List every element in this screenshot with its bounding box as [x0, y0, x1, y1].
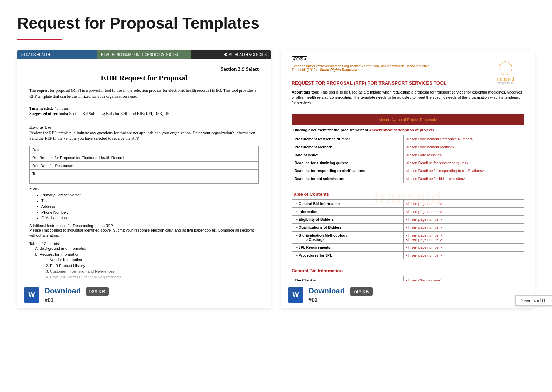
download-link-01[interactable]: Download [45, 286, 81, 295]
toc-subitem: Customer Information and References [50, 268, 259, 274]
toc-label: Information [292, 208, 404, 216]
toc-value: <Insert page number><Insert page number> [403, 232, 524, 244]
template-card-01: STRATIS HEALTH HEALTH INFORMATION TECHNO… [17, 50, 271, 308]
ehr-body: Section 3.9 Select EHR Request for Propo… [17, 59, 271, 281]
info-label: Date of issue: [292, 151, 404, 159]
ehr-how-title: How to Use [29, 125, 259, 130]
transaid-logo: transaid transport for life [497, 61, 514, 84]
toc-label: Bid Evaluation Methodology○ Costings [292, 232, 404, 244]
ehr-toc-label: Table of Contents: [29, 242, 259, 246]
from-item: Phone Number: [41, 209, 259, 215]
toc-item: Background and Information [40, 246, 259, 252]
toc-label: Procedures for 3PL [292, 252, 404, 259]
page-title: Request for Proposal Templates [17, 14, 535, 32]
toc-value: <Insert page number> [403, 216, 524, 224]
toc-title: Table of Contents [292, 192, 524, 197]
info-label: Deadline for submitting quires: [292, 159, 404, 167]
download-bar-01: W Download 929 KB #01 [17, 281, 271, 308]
form-row: Due Date for Response: [30, 162, 259, 170]
ehr-additional-text: Please limit contact to individual ident… [29, 228, 259, 238]
ehr-intro: The request for proposal (RFP) is a powe… [29, 88, 259, 99]
ehr-form-table: Date: Re: Request for Proposal for Elect… [29, 146, 259, 184]
info-label: Deadline for responding to clarification… [292, 167, 404, 175]
form-row: To: [30, 170, 259, 184]
bidding-line: Bidding document for the procurement of … [292, 125, 524, 135]
gbi-table: The Client is:<Insert Client's name> Com… [292, 276, 524, 281]
trans-doc-title: REQUEST FOR PROPOSAL (RFP) FOR TRANSPORT… [292, 80, 524, 86]
ehr-toc: Background and Information Request for I… [40, 246, 259, 281]
from-item: Title: [41, 198, 259, 204]
info-table: Procurement Reference Number:<Insert Pro… [292, 135, 524, 183]
license-text: Licenced under creativecommons.org licen… [292, 64, 524, 72]
from-item: Address: [41, 204, 259, 209]
title-underline [17, 39, 62, 40]
info-value: <Insert Procurement Reference Number> [403, 135, 524, 143]
toc-subitem: Vendor Information [50, 257, 259, 263]
trans-about: About this tool: This tool is to be used… [292, 90, 524, 106]
template-number: #02 [308, 297, 528, 303]
ehr-header-col3: HOME HEALTH AGENCIES [191, 50, 271, 59]
form-row: Date: [30, 146, 259, 154]
template-card-02: transaid ⓒ①⑤⊘ transaid transport for lif… [281, 50, 535, 308]
ehr-additional-label: Additional Instructions for Responding t… [29, 224, 259, 228]
logo-subtext: transport for life [497, 82, 514, 84]
toc-item: Request for Information: Vendor Informat… [40, 252, 259, 281]
ehr-section-label: Section 3.9 Select [29, 66, 259, 72]
ehr-header: STRATIS HEALTH HEALTH INFORMATION TECHNO… [17, 50, 271, 59]
template-preview-02: transaid ⓒ①⑤⊘ transaid transport for lif… [281, 50, 535, 281]
ehr-header-col2: HEALTH INFORMATION TECHNOLOGY TOOLKIT [97, 50, 191, 59]
download-bar-02: W Download 746 KB #02 [281, 281, 535, 308]
toc-value: <Insert page number> [403, 244, 524, 252]
toc-label: 3PL Requirements [292, 244, 404, 252]
trans-redbar: <Insert Name of Project Proposal> [292, 114, 524, 125]
file-size-badge: 929 KB [86, 287, 109, 296]
word-icon: W [24, 287, 39, 303]
info-value: <Insert Deadline for responding to clari… [403, 167, 524, 175]
form-row: Re: Request for Proposal for Electronic … [30, 154, 259, 162]
gbi-title: General Bid Information [292, 268, 524, 273]
template-number: #01 [45, 297, 264, 303]
info-value: <Insert Procurement Method> [403, 143, 524, 151]
toc-value: <Insert page number> [403, 252, 524, 259]
ehr-how-text: Review the RFP template, eliminate any q… [29, 130, 259, 142]
toc-table: General Bid Information<Insert page numb… [292, 199, 524, 259]
info-label: Deadline for bid submission: [292, 175, 404, 183]
ehr-suggested: Suggested other tools: Section 3.4 Solic… [29, 111, 259, 116]
info-label: Procurement Reference Number: [292, 135, 404, 143]
templates-row: STRATIS HEALTH HEALTH INFORMATION TECHNO… [17, 50, 535, 308]
ehr-from-label: From: [29, 186, 259, 190]
ehr-time: Time needed: 40 hours [29, 106, 259, 111]
trans-body: transaid ⓒ①⑤⊘ transaid transport for lif… [281, 50, 535, 281]
toc-label: Eligibility of Bidders [292, 216, 404, 224]
ehr-from-list: Primary Contact Name: Title: Address: Ph… [41, 192, 259, 221]
cc-badge-icon: ⓒ①⑤⊘ [292, 56, 307, 62]
toc-value: <Insert page number> [403, 200, 524, 208]
from-item: Primary Contact Name: [41, 192, 259, 198]
info-value: <Insert Date of Issue> [403, 151, 524, 159]
toc-sublist: Vendor Information EHR Product History C… [50, 257, 259, 281]
ehr-hr [29, 103, 259, 103]
ehr-hr [29, 119, 259, 119]
toc-label: General Bid Information [292, 200, 404, 208]
toc-label: Qualifications of Bidders [292, 224, 404, 232]
template-preview-01: STRATIS HEALTH HEALTH INFORMATION TECHNO… [17, 50, 271, 281]
toc-subitem: How EHR Meets Functional Requirements [50, 274, 259, 280]
ehr-doc-title: EHR Request for Proposal [29, 74, 259, 82]
from-item: E-Mail address: [41, 215, 259, 221]
toc-subitem: EHR Product History [50, 263, 259, 269]
word-icon: W [288, 287, 303, 303]
toc-value: <Insert page number> [403, 224, 524, 232]
info-value: <Insert Deadline for submitting quires> [403, 159, 524, 167]
info-label: Procurement Method: [292, 143, 404, 151]
file-size-badge: 746 KB [350, 287, 373, 296]
logo-text: transaid [497, 76, 514, 82]
gbi-label: The Client is: [292, 276, 404, 281]
download-link-02[interactable]: Download [308, 286, 345, 295]
gbi-value: <Insert Client's name> [403, 276, 524, 281]
toc-value: <Insert page number> [403, 208, 524, 216]
logo-circle-icon [499, 61, 512, 75]
ehr-header-col1: STRATIS HEALTH [17, 50, 97, 59]
info-value: <Insert Deadline for bid submission> [403, 175, 524, 183]
hover-tooltip: Download Re [515, 295, 552, 306]
